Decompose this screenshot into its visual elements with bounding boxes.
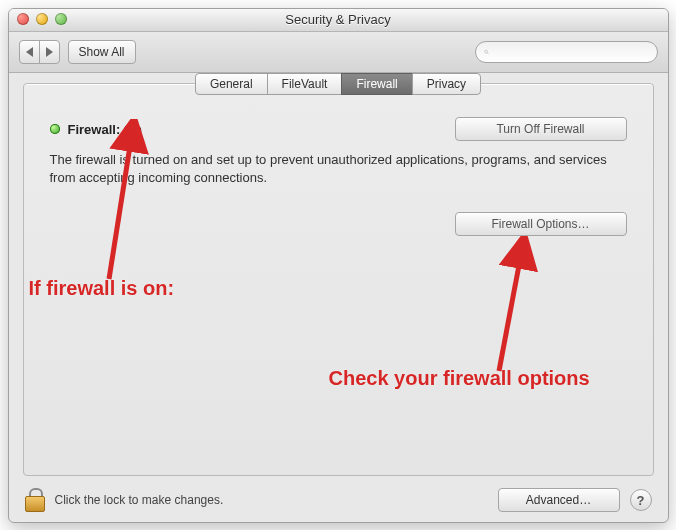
svg-line-1 bbox=[487, 53, 488, 54]
lock-text: Click the lock to make changes. bbox=[55, 493, 224, 507]
tab-privacy[interactable]: Privacy bbox=[412, 73, 481, 95]
lock-icon[interactable] bbox=[25, 488, 45, 512]
firewall-status-label: Firewall: On bbox=[68, 122, 142, 137]
turn-off-firewall-button[interactable]: Turn Off Firewall bbox=[455, 117, 627, 141]
content-pane: General FileVault Firewall Privacy Firew… bbox=[23, 83, 654, 476]
chevron-left-icon bbox=[26, 47, 33, 57]
status-indicator-icon bbox=[50, 124, 60, 134]
back-button[interactable] bbox=[19, 40, 40, 64]
svg-point-0 bbox=[484, 50, 487, 53]
forward-button[interactable] bbox=[39, 40, 60, 64]
toolbar: Show All bbox=[9, 32, 668, 73]
show-all-button[interactable]: Show All bbox=[68, 40, 136, 64]
preferences-window: Security & Privacy Show All General File… bbox=[8, 8, 669, 523]
titlebar: Security & Privacy bbox=[9, 9, 668, 32]
firewall-status-row: Firewall: On Turn Off Firewall bbox=[50, 117, 627, 141]
firewall-content: Firewall: On Turn Off Firewall The firew… bbox=[24, 95, 653, 236]
tab-filevault[interactable]: FileVault bbox=[267, 73, 343, 95]
search-icon bbox=[484, 46, 489, 58]
footer: Click the lock to make changes. Advanced… bbox=[9, 478, 668, 522]
search-field[interactable] bbox=[475, 41, 658, 63]
firewall-description: The firewall is turned on and set up to … bbox=[50, 151, 610, 186]
help-button[interactable]: ? bbox=[630, 489, 652, 511]
advanced-button[interactable]: Advanced… bbox=[498, 488, 620, 512]
tab-firewall[interactable]: Firewall bbox=[341, 73, 412, 95]
tab-bar: General FileVault Firewall Privacy bbox=[24, 73, 653, 95]
chevron-right-icon bbox=[46, 47, 53, 57]
tab-general[interactable]: General bbox=[195, 73, 268, 95]
nav-segment bbox=[19, 40, 60, 64]
search-input[interactable] bbox=[495, 44, 649, 60]
window-title: Security & Privacy bbox=[9, 12, 668, 27]
firewall-options-button[interactable]: Firewall Options… bbox=[455, 212, 627, 236]
